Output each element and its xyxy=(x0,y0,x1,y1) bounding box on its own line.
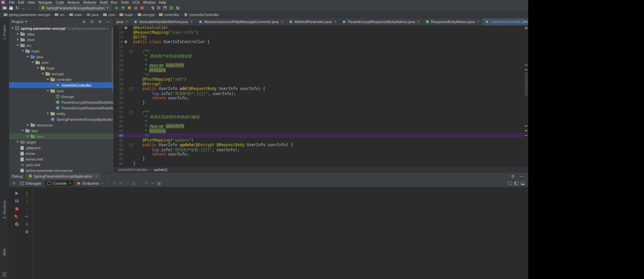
editor-tab-java[interactable]: java× xyxy=(114,18,131,25)
error-stripe[interactable] xyxy=(524,25,528,167)
warning-stripe-mark[interactable] xyxy=(525,65,528,66)
line-number[interactable]: 28 xyxy=(114,77,123,81)
chevron-open-icon[interactable] xyxy=(41,72,45,76)
breadcrumb-item-huan[interactable]: huan xyxy=(118,13,134,17)
line-number[interactable]: 45 xyxy=(114,157,123,161)
warning-stripe-mark[interactable] xyxy=(525,125,528,126)
tree-item-test[interactable]: test xyxy=(9,128,113,133)
chevron-closed-icon[interactable] xyxy=(16,32,20,36)
line-number[interactable]: 42 xyxy=(114,143,123,147)
debug-tab-debugger[interactable]: Debugger xyxy=(17,180,44,186)
breadcrumb-item-main[interactable]: main xyxy=(68,13,83,17)
inspections-indicator-icon[interactable] xyxy=(525,27,528,29)
breadcrumb-class[interactable]: UserInfoController xyxy=(118,168,148,172)
menu-analyze[interactable]: Analyze xyxy=(66,0,81,5)
select-opened-file-button[interactable]: ⊕ xyxy=(81,19,87,24)
chevron-open-icon[interactable] xyxy=(36,66,40,70)
menu-view[interactable]: View xyxy=(26,0,37,5)
fold-marker[interactable]: - xyxy=(129,50,133,53)
tree-item-resources[interactable]: resources xyxy=(9,122,113,128)
close-tab-icon[interactable]: × xyxy=(190,20,193,24)
line-number[interactable]: 19 xyxy=(114,35,123,39)
close-tab-icon[interactable]: × xyxy=(417,20,420,24)
mute-breakpoints-button[interactable] xyxy=(14,221,20,227)
line-number[interactable]: 41 xyxy=(114,138,123,142)
chevron-open-icon[interactable] xyxy=(21,49,25,53)
collapse-all-button[interactable]: ⊟ xyxy=(89,19,95,24)
chevron-open-icon[interactable] xyxy=(31,61,35,64)
menu-refactor[interactable]: Refactor xyxy=(82,0,98,5)
hide-panel-icon[interactable]: — xyxy=(105,19,111,24)
line-number[interactable]: 22 xyxy=(114,49,123,53)
line-number[interactable]: 18 xyxy=(114,30,123,34)
line-number[interactable]: 35 xyxy=(114,110,123,114)
save-all-icon[interactable] xyxy=(8,5,14,11)
debug-session-tab[interactable]: SpringParameterEncryptApplication × xyxy=(26,173,100,180)
tree-item-springparameterencryptapplicatio[interactable]: SpringParameterEncryptApplicatio xyxy=(9,116,113,122)
line-number[interactable]: 20 xyxy=(114,40,123,44)
tool-button-project[interactable]: 1: Project xyxy=(0,20,9,45)
line-number[interactable]: 32 xyxy=(114,96,123,100)
chevron-open-icon[interactable] xyxy=(46,89,50,93)
step-out-button[interactable] xyxy=(137,180,143,186)
run-configuration-select[interactable]: SpringParameterEncryptApplication xyxy=(39,5,111,11)
tree-item-encrypt[interactable]: encrypt xyxy=(9,71,113,77)
project-structure-icon[interactable] xyxy=(162,5,168,11)
down-stack-trace-button[interactable] xyxy=(24,206,30,212)
settings-icon[interactable]: ⚙ xyxy=(510,174,515,179)
tree-item-paramencryptrequestbodyadvi[interactable]: ParamEncryptRequestBodyAdvi xyxy=(9,99,113,105)
editor-tab-invocablehandlermethod-java[interactable]: InvocableHandlerMethod.java× xyxy=(131,18,196,25)
line-number[interactable]: 23 xyxy=(114,54,123,58)
editor-tab-abstractjackson2httpmessageconverter-java[interactable]: AbstractJackson2HttpMessageConverter.jav… xyxy=(196,18,287,25)
drop-frame-button[interactable] xyxy=(143,180,150,186)
sync-icon[interactable] xyxy=(14,5,20,11)
tree-item-com[interactable]: com xyxy=(9,60,113,65)
line-number[interactable]: 30 xyxy=(114,87,123,91)
tool-window-switcher-icon[interactable] xyxy=(2,272,6,276)
tree-item-gitignore[interactable]: .gitignore xyxy=(9,145,113,151)
editor-tab-paramencryptresponsebodyadvice-java[interactable]: ParamEncryptResponseBodyAdvice.java× xyxy=(339,18,423,25)
chevron-open-icon[interactable] xyxy=(11,26,15,30)
fold-marker[interactable]: - xyxy=(129,111,133,114)
menu-code[interactable]: Code xyxy=(54,0,66,5)
debug-button[interactable] xyxy=(120,5,126,11)
rerun-button[interactable]: ↻ xyxy=(11,180,17,186)
tree-item-mvn[interactable]: .mvn xyxy=(9,37,113,42)
run-to-cursor-button[interactable] xyxy=(150,180,156,186)
layout-settings-icon[interactable] xyxy=(508,182,512,185)
tree-item-spring-parameter-encrypt[interactable]: spring-parameter-encryptD:\git\spring-pa… xyxy=(9,25,113,31)
tree-item-paramencryptresponsebodyad[interactable]: ParamEncryptResponseBodyAd xyxy=(9,105,113,111)
code-editor[interactable]: 17@RestController18@RequestMapping("user… xyxy=(114,25,528,167)
tree-item-huan[interactable]: huan xyxy=(9,65,113,71)
line-number[interactable]: 21 xyxy=(114,44,123,49)
line-number[interactable]: 40 xyxy=(114,133,123,137)
menu-file[interactable]: File xyxy=(7,0,16,5)
bean-gutter-icon[interactable] xyxy=(123,26,129,29)
menu-window[interactable]: Window xyxy=(141,0,157,5)
debug-tab-endpoints[interactable]: Endpoints↗ xyxy=(74,180,106,186)
line-number[interactable]: 25 xyxy=(114,63,123,67)
inspections-off-icon[interactable] xyxy=(174,5,181,11)
stop-button[interactable] xyxy=(139,5,145,11)
settings-icon[interactable]: ⚙ xyxy=(97,19,103,24)
back-icon[interactable] xyxy=(20,5,27,11)
up-stack-trace-button[interactable] xyxy=(24,198,30,204)
line-number[interactable]: 29 xyxy=(114,82,123,86)
caret-stripe-mark[interactable] xyxy=(525,135,528,136)
warning-stripe-mark[interactable] xyxy=(525,130,528,131)
settings-icon[interactable] xyxy=(155,5,162,11)
line-number[interactable]: 38 xyxy=(114,124,123,128)
fold-marker[interactable]: - xyxy=(129,144,133,147)
run-button[interactable] xyxy=(113,5,120,11)
chevron-open-icon[interactable] xyxy=(21,129,25,132)
line-number[interactable]: 31 xyxy=(114,91,123,95)
tool-button-web[interactable]: Web xyxy=(0,246,9,258)
breadcrumb-item-controller[interactable]: controller xyxy=(158,13,180,17)
breadcrumb-item-userinfocontroller[interactable]: UserInfoController xyxy=(183,13,220,17)
breadcrumb-item-src[interactable]: src xyxy=(54,13,66,17)
menu-vcs[interactable]: VCS xyxy=(131,0,141,5)
chevron-closed-icon[interactable] xyxy=(46,112,50,115)
profiler-button[interactable] xyxy=(133,5,139,11)
help-icon[interactable] xyxy=(521,182,525,185)
line-number[interactable]: 44 xyxy=(114,152,123,156)
